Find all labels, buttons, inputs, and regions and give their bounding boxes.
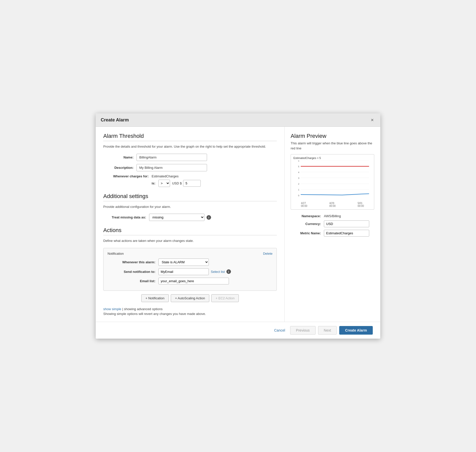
svg-text:4: 4 [298,171,299,174]
show-simple-status: showing advanced options [124,307,162,311]
description-input[interactable] [137,164,207,171]
actions-desc: Define what actions are taken when your … [103,238,277,243]
notification-header: Notification Delete [108,252,273,255]
name-input[interactable] [137,154,207,161]
additional-settings-title: Additional settings [103,193,277,200]
actions-title: Actions [103,227,277,234]
chart-date-3: 5/0100:00 [358,202,364,207]
chart-area: 6 5 4 3 2 1 0 [293,160,371,201]
namespace-row: Namespace: AWS/Billing [291,214,374,218]
chart-label: EstimatedCharges > 5 [293,156,371,159]
chart-date-1: 4/2700:00 [301,202,307,207]
notification-box: Notification Delete Whenever this alarm:… [103,248,277,291]
usd-label: USD $ [172,181,182,185]
is-label: is: [152,181,155,185]
left-panel: Alarm Threshold Provide the details and … [96,127,285,322]
dialog-body: Alarm Threshold Provide the details and … [96,127,380,322]
add-notification-button[interactable]: + Notification [141,294,169,302]
svg-text:6: 6 [298,160,299,162]
threshold-input[interactable] [183,180,201,187]
dialog-title: Create Alarm [101,117,129,123]
next-button: Next [318,326,337,335]
whenever-alarm-label: Whenever this alarm: [108,260,155,264]
namespace-value: AWS/Billing [324,214,341,218]
svg-text:2: 2 [298,183,299,185]
email-list-label: Email list: [108,279,155,283]
email-list-input[interactable] [158,278,229,284]
delete-button[interactable]: Delete [263,252,273,255]
dialog-header: Create Alarm × [96,113,380,127]
comparator-select[interactable]: > >= < <= [158,180,170,187]
whenever-charges-row: Whenever charges for: EstimatedCharges [103,174,277,178]
action-buttons-row: + Notification + AutoScaling Action + EC… [103,294,277,302]
add-autoscaling-button[interactable]: + AutoScaling Action [171,294,209,302]
alarm-threshold-title: Alarm Threshold [103,133,277,139]
alarm-state-row: Whenever this alarm: State is ALARM Stat… [108,259,273,266]
alarm-chart: EstimatedCharges > 5 6 5 4 [291,154,374,210]
missing-data-select[interactable]: missing notBreaching breaching ignore [149,214,205,221]
description-label: Description: [103,166,133,170]
chart-date-2: 4/2900:00 [329,202,335,207]
add-ec2-button[interactable]: + EC2 Action [211,294,239,302]
additional-settings-section: Additional settings Provide additional c… [103,193,277,221]
previous-button: Previous [290,326,315,335]
notification-title: Notification [108,252,124,255]
svg-text:5: 5 [298,165,299,168]
close-button[interactable]: × [369,117,375,123]
currency-input[interactable] [324,220,369,227]
email-list-row: Email list: [108,278,273,284]
missing-data-info-icon: i [207,215,211,220]
show-simple-row: show simple | showing advanced options S… [103,307,277,316]
send-notif-row: Send notification to: Select list i [108,268,273,275]
right-panel: Alarm Preview This alarm will trigger wh… [285,127,380,322]
namespace-label: Namespace: [291,214,321,218]
alarm-preview-desc: This alarm will trigger when the blue li… [291,141,374,151]
chart-dates: 4/2700:00 4/2900:00 5/0100:00 [293,202,371,207]
alarm-preview-title: Alarm Preview [291,133,374,139]
missing-data-label: Treat missing data as: [103,215,146,219]
description-row: Description: [103,164,277,171]
dialog-footer: Cancel Previous Next Create Alarm [96,322,380,339]
show-simple-link[interactable]: show simple [103,307,121,311]
name-row: Name: [103,154,277,161]
create-alarm-button[interactable]: Create Alarm [339,326,373,335]
cancel-button[interactable]: Cancel [272,327,288,334]
metric-name-label: Metric Name: [291,231,321,235]
metric-name-input[interactable] [324,230,369,237]
is-row: is: > >= < <= USD $ [152,180,277,187]
currency-row: Currency: [291,220,374,227]
notif-info-icon: i [226,269,231,274]
show-simple-note: Showing simple options will revert any c… [103,312,277,316]
send-notif-input[interactable] [158,268,209,275]
missing-data-row: Treat missing data as: missing notBreach… [103,214,277,221]
additional-settings-desc: Provide additional configuration for you… [103,204,277,209]
send-notif-label: Send notification to: [108,270,155,274]
whenever-value: EstimatedCharges [152,174,179,178]
actions-section: Actions Define what actions are taken wh… [103,227,277,302]
metric-name-row: Metric Name: [291,230,374,237]
select-list-link[interactable]: Select list [211,270,225,274]
create-alarm-dialog: Create Alarm × Alarm Threshold Provide t… [96,113,380,339]
svg-text:3: 3 [298,177,299,179]
name-label: Name: [103,155,133,159]
svg-text:0: 0 [298,194,299,197]
whenever-label: Whenever charges for: [103,174,149,178]
chart-svg: 6 5 4 3 2 1 0 [293,160,371,201]
svg-text:1: 1 [298,188,299,191]
alarm-state-select[interactable]: State is ALARM State is OK State is INSU… [158,259,209,266]
alarm-threshold-desc: Provide the details and threshold for yo… [103,144,277,149]
currency-label: Currency: [291,222,321,226]
